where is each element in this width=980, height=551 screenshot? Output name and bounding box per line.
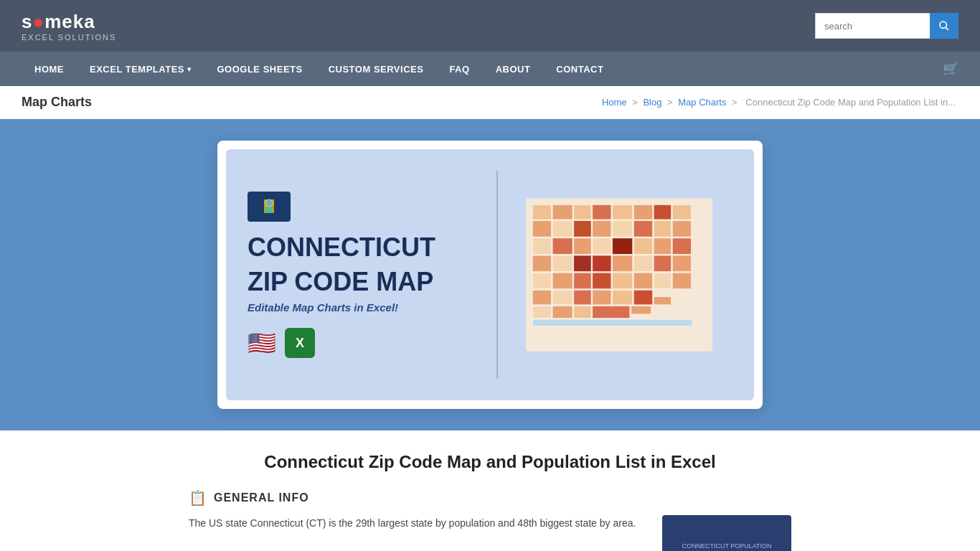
svg-point-0 xyxy=(940,22,946,28)
svg-rect-48 xyxy=(552,290,573,304)
logo-tagline: Excel Solutions xyxy=(22,33,116,42)
nav-item-google-sheets[interactable]: GOOGLE SHEETS xyxy=(204,52,315,86)
sidebar-thumbnail: CONNECTICUT POPULATION DISTRIBUTION PER … xyxy=(662,515,791,551)
content-area: Connecticut Zip Code Map and Population … xyxy=(167,430,813,551)
svg-rect-47 xyxy=(532,290,551,304)
hero-divider xyxy=(496,171,498,379)
svg-rect-57 xyxy=(592,306,629,319)
general-info-body: The US state Connecticut (CT) is the 29t… xyxy=(189,515,791,551)
general-info-icon: 📋 xyxy=(189,489,207,507)
nav-item-custom-services[interactable]: CUSTOM SERVICES xyxy=(316,52,437,86)
search-icon xyxy=(938,20,950,32)
search-area xyxy=(815,13,958,39)
svg-rect-20 xyxy=(633,221,652,237)
svg-rect-51 xyxy=(612,290,632,304)
chevron-down-icon: ▾ xyxy=(187,65,192,73)
svg-rect-29 xyxy=(654,238,671,254)
map-visual xyxy=(526,196,712,354)
breadcrumb-bar: Map Charts Home > Blog > Map Charts > Co… xyxy=(0,86,980,119)
general-info-header: 📋 GENERAL INFO xyxy=(189,489,791,507)
nav-item-about[interactable]: ABOUT xyxy=(483,52,544,86)
hero-left: CONNECTICUT ZIP CODE MAP Editable Map Ch… xyxy=(248,171,489,379)
svg-rect-8 xyxy=(552,205,573,220)
svg-rect-26 xyxy=(592,238,611,254)
hero-card: CONNECTICUT ZIP CODE MAP Editable Map Ch… xyxy=(217,141,763,409)
svg-rect-9 xyxy=(573,205,590,220)
sidebar-caption: CONNECTICUT POPULATION DISTRIBUTION PER … xyxy=(668,542,786,551)
logo-brand: s●meka xyxy=(22,11,95,33)
svg-line-1 xyxy=(946,27,948,30)
svg-rect-54 xyxy=(532,306,551,319)
connecticut-map-svg xyxy=(526,196,712,354)
svg-rect-19 xyxy=(612,221,632,237)
ct-flag xyxy=(248,192,291,222)
svg-rect-50 xyxy=(592,290,611,304)
svg-rect-13 xyxy=(654,205,671,220)
hero-subtitle: Editable Map Charts in Excel! xyxy=(248,301,475,314)
svg-rect-43 xyxy=(612,273,632,288)
breadcrumb-separator: > xyxy=(732,97,740,108)
main-nav: HOME EXCEL TEMPLATES ▾ GOOGLE SHEETS CUS… xyxy=(0,52,980,86)
svg-rect-15 xyxy=(532,221,551,237)
svg-point-4 xyxy=(265,199,273,207)
svg-rect-37 xyxy=(654,255,671,271)
svg-rect-31 xyxy=(532,255,551,271)
svg-rect-59 xyxy=(612,238,632,254)
svg-rect-44 xyxy=(633,273,652,288)
svg-rect-36 xyxy=(633,255,652,271)
svg-rect-40 xyxy=(552,273,573,288)
svg-rect-55 xyxy=(552,306,573,319)
svg-rect-23 xyxy=(532,238,551,254)
logo[interactable]: s●meka Excel Solutions xyxy=(22,11,116,42)
hero-title-line2: ZIP CODE MAP xyxy=(248,268,475,296)
hero-right xyxy=(505,171,732,379)
cart-button[interactable]: 🛒 xyxy=(943,61,958,77)
svg-rect-28 xyxy=(633,238,652,254)
cart-icon: 🛒 xyxy=(943,62,958,76)
svg-rect-56 xyxy=(573,306,590,319)
site-header: s●meka Excel Solutions xyxy=(0,0,980,52)
svg-rect-42 xyxy=(592,273,611,288)
svg-rect-5 xyxy=(265,207,273,213)
breadcrumb-blog[interactable]: Blog xyxy=(643,97,661,108)
svg-rect-18 xyxy=(592,221,611,237)
excel-icon: X xyxy=(285,328,315,358)
svg-rect-39 xyxy=(532,273,551,288)
hero-banner: CONNECTICUT ZIP CODE MAP Editable Map Ch… xyxy=(0,119,980,430)
search-input[interactable] xyxy=(815,13,930,39)
svg-rect-14 xyxy=(672,205,691,220)
search-button[interactable] xyxy=(930,13,958,39)
hero-inner: CONNECTICUT ZIP CODE MAP Editable Map Ch… xyxy=(226,149,754,400)
nav-item-faq[interactable]: FAQ xyxy=(436,52,482,86)
article-title: Connecticut Zip Code Map and Population … xyxy=(189,452,791,472)
breadcrumb-map-charts[interactable]: Map Charts xyxy=(678,97,726,108)
svg-rect-11 xyxy=(612,205,632,220)
nav-item-contact[interactable]: CONTACT xyxy=(543,52,616,86)
general-info-text: The US state Connecticut (CT) is the 29t… xyxy=(189,515,648,551)
svg-rect-24 xyxy=(552,238,573,254)
breadcrumb-separator: > xyxy=(632,97,640,108)
svg-rect-52 xyxy=(633,290,652,304)
svg-rect-49 xyxy=(573,290,590,304)
breadcrumb: Home > Blog > Map Charts > Connecticut Z… xyxy=(602,97,958,108)
svg-rect-12 xyxy=(633,205,652,220)
svg-rect-33 xyxy=(573,255,590,271)
svg-rect-58 xyxy=(631,306,651,314)
breadcrumb-separator: > xyxy=(667,97,675,108)
svg-rect-60 xyxy=(592,255,611,271)
nav-item-home[interactable]: HOME xyxy=(22,52,77,86)
svg-rect-21 xyxy=(654,221,671,237)
svg-rect-35 xyxy=(612,255,632,271)
nav-item-excel-templates[interactable]: EXCEL TEMPLATES ▾ xyxy=(77,52,204,86)
svg-rect-38 xyxy=(672,255,691,271)
hero-icons: 🇺🇸 X xyxy=(248,328,475,358)
flag-svg xyxy=(251,194,287,219)
svg-rect-32 xyxy=(552,255,573,271)
svg-rect-17 xyxy=(573,221,590,237)
breadcrumb-home[interactable]: Home xyxy=(602,97,627,108)
svg-rect-16 xyxy=(552,221,573,237)
hero-title-line1: CONNECTICUT xyxy=(248,233,475,262)
svg-rect-61 xyxy=(532,319,692,326)
svg-rect-30 xyxy=(672,238,691,254)
svg-rect-7 xyxy=(532,205,551,220)
